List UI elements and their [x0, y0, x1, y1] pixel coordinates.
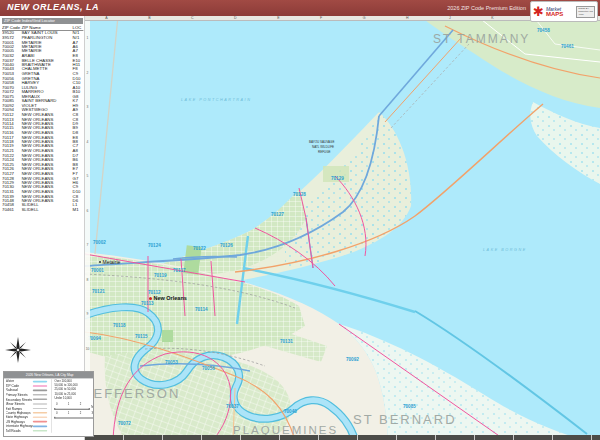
row-zip-code: 70461: [2, 208, 21, 213]
grid-number: 6: [87, 209, 89, 213]
column-loc: LOC: [73, 25, 84, 30]
grid-number: 2: [87, 71, 89, 75]
legend-city-item: Under 10,000 City: [54, 396, 94, 400]
legend-line-label: Interstate Highways: [6, 424, 33, 428]
legend-line-label: Primary Streets: [6, 393, 33, 397]
km-ticks: 0 1 2 3: [54, 412, 94, 415]
zip-index-row: 70461 SLIDELL M1: [2, 208, 83, 213]
title-banner: NEW ORLEANS, LA 2026 ZIP Code Premium Ed…: [0, 0, 600, 16]
grid-letter: H: [406, 16, 409, 20]
legend-line-swatch: [33, 426, 47, 427]
legend-line-swatch: [33, 390, 47, 391]
legend-line-swatch: [33, 412, 47, 413]
map-artwork: [85, 16, 600, 440]
map-grid-letters: ABCDEFGHJKLM: [85, 16, 600, 21]
legend-line-swatch: [33, 399, 47, 400]
legend-line-label: Minor Streets: [6, 402, 33, 406]
grid-letter: D: [234, 16, 237, 20]
grid-number: 9: [87, 312, 89, 316]
map-legend: 2026 New Orleans, LA City Map Water ZIP …: [3, 371, 94, 437]
grid-number: 5: [87, 174, 89, 178]
grid-letter: K: [491, 16, 493, 20]
grid-number: 4: [87, 140, 89, 144]
logo-star-icon: ✱: [533, 5, 544, 18]
map-canvas[interactable]: ABCDEFGHJKLM 123456789101112 LAKE PONTCH…: [85, 16, 600, 440]
legend-line-swatch: [33, 394, 47, 395]
grid-number: 10: [86, 347, 90, 351]
marketmaps-logo: ✱ Market MAPS SOLD BYMarketMAPS.com: [530, 1, 598, 22]
column-zip-code: ZIP Code: [2, 25, 21, 30]
legend-line-swatch: [33, 408, 47, 409]
legend-line-swatch: [33, 381, 47, 382]
grid-letter: A: [105, 16, 107, 20]
legend-population-range: 50,000 to 100,000: [54, 384, 77, 387]
logo-fine-print: SOLD BYMarketMAPS.com: [576, 6, 595, 18]
legend-line-label: State Highways: [6, 415, 33, 419]
grid-letter: B: [148, 16, 150, 20]
legend-line-label: Toll Roads: [6, 429, 33, 433]
legend-line-label: Railroad: [6, 388, 33, 392]
legend-line-label: Exit Ramps: [6, 406, 33, 410]
legend-line-label: ZIP Code: [6, 384, 33, 388]
column-zip-name: ZIP Name: [21, 25, 72, 30]
edition-label: 2026 ZIP Code Premium Edition: [447, 5, 526, 11]
row-zip-name: SLIDELL: [21, 208, 72, 213]
audubon-park: [162, 330, 173, 342]
legend-line-label: US Highways: [6, 420, 33, 424]
legend-line-swatch: [33, 430, 47, 431]
legend-line-swatch: [33, 421, 47, 422]
zip-index-rows: 39520 BAY SAINT LOUIS N/1 39572 PEARLING…: [2, 31, 83, 212]
logo-name-bottom: MAPS: [546, 12, 563, 17]
legend-line-swatch: [33, 403, 47, 404]
legend-population-range: Under 10,000: [54, 397, 71, 400]
grid-number: 7: [87, 243, 89, 247]
grid-letter: E: [277, 16, 279, 20]
legend-line-symbols: Water ZIP Code Railroad: [6, 379, 52, 433]
grid-number: 3: [87, 105, 89, 109]
miles-scale-bar: 0 1 2 Miles: [54, 403, 94, 410]
grid-letter: C: [191, 16, 194, 20]
grid-letter: J: [449, 16, 451, 20]
map-bottom-neatline: [85, 435, 600, 440]
row-grid-loc: M1: [73, 208, 84, 213]
map-poster-page: ABCDEFGHJKLM 123456789101112 LAKE PONTCH…: [0, 0, 600, 440]
legend-line-label: County Highways: [6, 411, 33, 415]
legend-city-symbols: Over 100,000 City 50,000 to 100,000 City…: [54, 379, 94, 401]
miles-label: Miles: [91, 406, 94, 410]
grid-number: 1: [87, 36, 89, 40]
grid-letter: G: [363, 16, 366, 20]
legend-population-range: 10,000 to 25,000: [54, 393, 76, 396]
legend-line-label: Secondary Streets: [6, 397, 33, 401]
legend-population-range: Over 100,000: [54, 380, 71, 383]
legend-line-swatch: [33, 417, 47, 418]
legend-line-swatch: [33, 385, 47, 386]
legend-population-range: 25,000 to 50,000: [54, 388, 76, 391]
legend-line-item: Toll Roads: [6, 428, 52, 432]
grid-number: 8: [87, 278, 89, 282]
compass-rose-icon: [5, 337, 31, 367]
grid-letter: F: [320, 16, 322, 20]
fine-print-line: .com: [578, 13, 593, 16]
zip-index-header: ZIP Code Index/Grid Locator: [2, 18, 83, 24]
legend-line-label: Water: [6, 379, 33, 383]
map-title: NEW ORLEANS, LA: [7, 2, 99, 12]
kilometers-scale-bar: 0 1 2 3 Kilometers: [54, 412, 94, 419]
